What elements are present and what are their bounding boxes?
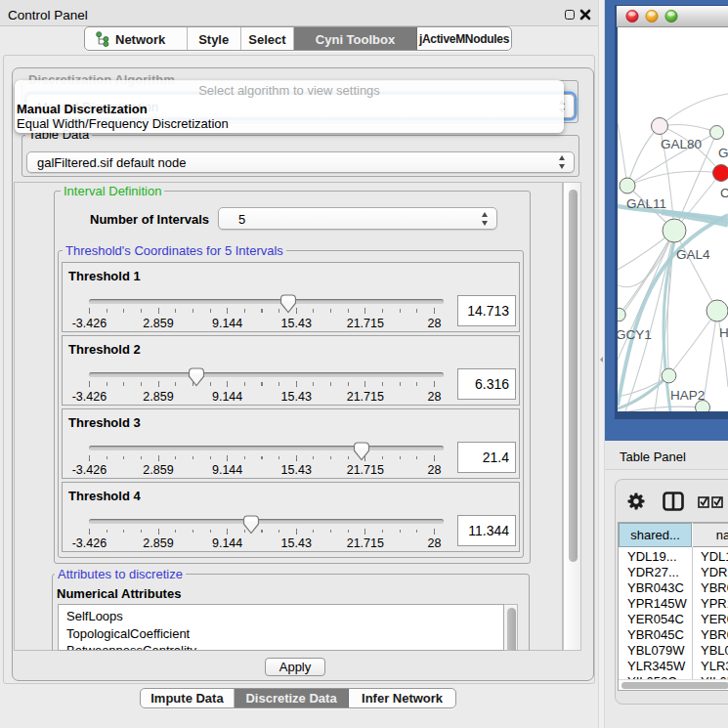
svg-text:GAL4: GAL4	[676, 247, 710, 262]
svg-text:GCY1: GCY1	[618, 327, 652, 342]
svg-text:GAL11: GAL11	[626, 196, 666, 211]
svg-text:HAP2: HAP2	[670, 388, 705, 403]
svg-text:GA: GA	[718, 146, 728, 160]
svg-text:GAL80: GAL80	[661, 137, 702, 151]
svg-text:H: H	[719, 325, 728, 340]
svg-text:CY: CY	[720, 186, 728, 200]
